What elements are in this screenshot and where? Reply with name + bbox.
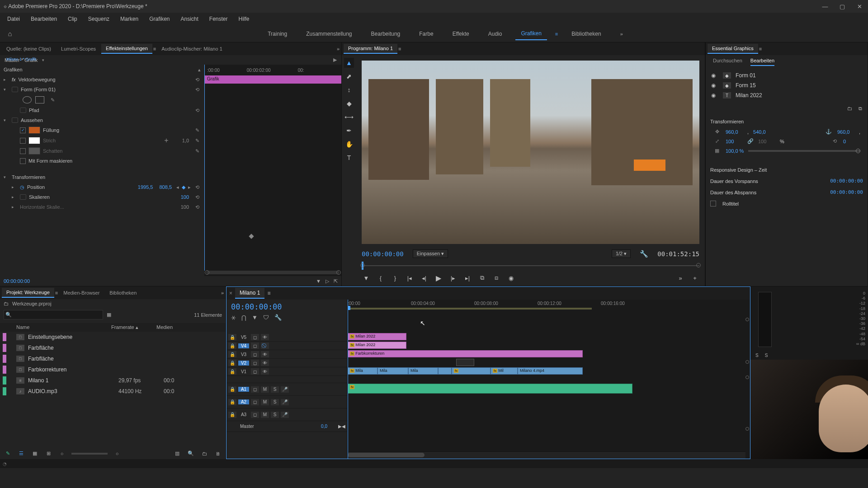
lock-icon[interactable]: 🔒 — [228, 343, 236, 349]
new-layer-icon[interactable]: 🗀 — [847, 106, 852, 112]
play-segment-icon[interactable]: ▶ — [333, 57, 337, 63]
stroke-width[interactable]: 1,0 — [180, 138, 191, 143]
solo-button[interactable]: S — [271, 399, 279, 405]
linked-sel-icon[interactable]: ⋂ — [241, 314, 246, 321]
icon-view-icon[interactable]: ▦ — [31, 450, 39, 456]
view-icon[interactable]: ▦ — [107, 312, 111, 318]
add-kf-icon[interactable]: ◆ — [182, 184, 185, 190]
collapse-up-icon[interactable]: ▴ — [198, 67, 201, 73]
chevron-down-icon[interactable]: ▾ — [42, 58, 44, 62]
mask-label[interactable]: Mit Form maskieren — [28, 158, 201, 164]
eye-icon[interactable]: 👁 — [261, 351, 269, 357]
chevron-icon[interactable]: ▸ — [4, 77, 9, 82]
lift-icon[interactable]: ⧉ — [477, 273, 486, 282]
add-stroke-icon[interactable]: + — [164, 136, 168, 145]
chevron-icon[interactable]: ▾ — [4, 118, 9, 122]
ws-training[interactable]: Training — [262, 28, 292, 40]
menu-marken[interactable]: Marken — [116, 14, 143, 24]
vertical-tool-icon[interactable]: ↕ — [344, 85, 354, 95]
tab-effects-menu-icon[interactable]: ≡ — [153, 46, 156, 52]
fx-icon[interactable]: fx — [12, 77, 16, 82]
playhead-icon[interactable] — [348, 306, 350, 310]
new-bin-icon[interactable]: 🗀 — [200, 451, 208, 456]
clip-v2-gap[interactable] — [456, 359, 474, 366]
hand-tool-icon[interactable]: ✋ — [344, 139, 354, 149]
form-effect[interactable]: Form (Form 01) — [21, 87, 191, 92]
vector-motion[interactable]: Vektorbewegung — [19, 77, 191, 82]
clip-v4[interactable]: fxMilan 2022 — [348, 342, 406, 349]
mute-button[interactable]: M — [261, 412, 269, 418]
target-icon[interactable]: ◻ — [251, 334, 259, 340]
master-meter-icon[interactable]: ▶◀ — [338, 424, 345, 429]
ws-farbe[interactable]: Farbe — [414, 28, 439, 40]
lock-icon[interactable]: 🔒 — [228, 399, 236, 405]
appearance-prop[interactable]: Aussehen — [21, 117, 201, 123]
direct-select-icon[interactable]: ⬈ — [344, 71, 354, 81]
automate-icon[interactable]: ▥ — [173, 450, 181, 456]
project-item[interactable]: □Farbkorrekturen — [0, 364, 226, 375]
step-fwd-icon[interactable]: |▸ — [448, 273, 458, 282]
clip-v3[interactable]: fxFarbkorrekturen — [348, 350, 583, 357]
filter-icon[interactable]: ▼ — [316, 278, 321, 284]
menu-bearbeiten[interactable]: Bearbeiten — [26, 14, 61, 24]
shadow-label[interactable]: Schatten — [43, 148, 191, 154]
add-marker-icon[interactable]: ▼ — [362, 273, 371, 282]
ws-bibliotheken[interactable]: Bibliotheken — [566, 28, 606, 40]
snapshot-icon[interactable]: ◉ — [506, 273, 515, 282]
visibility-icon[interactable]: ◉ — [711, 82, 718, 89]
tab-lumetri[interactable]: Lumetri-Scopes — [57, 44, 100, 53]
zoom-handle-right[interactable] — [336, 270, 341, 275]
visibility-icon[interactable]: ◉ — [711, 92, 718, 99]
program-tc-out[interactable]: 00:01:52:15 — [657, 250, 699, 258]
eg-pos-y[interactable]: 540,0 — [753, 129, 770, 135]
new-item-icon[interactable]: 🗎 — [214, 451, 222, 456]
position-prop[interactable]: Position — [27, 184, 133, 190]
lock-icon[interactable]: 🔒 — [228, 386, 236, 393]
overflow-icon[interactable]: » — [615, 31, 628, 37]
menu-clip[interactable]: Clip — [63, 14, 82, 24]
timeline-timecode[interactable]: 00:00:00:00 — [226, 300, 347, 314]
track-v1[interactable]: V1 — [238, 369, 249, 374]
visibility-icon[interactable]: ◉ — [711, 72, 718, 79]
extract-icon[interactable]: ⧈ — [492, 273, 501, 282]
marker-icon[interactable]: ▼ — [252, 314, 258, 321]
eg-opacity[interactable]: 100,0 % — [726, 148, 744, 154]
project-menu-icon[interactable]: ≡ — [55, 290, 58, 296]
mark-in-icon[interactable]: { — [376, 273, 385, 282]
prev-kf-icon[interactable]: ◂ — [176, 184, 179, 190]
eg-pos-x[interactable]: 960,0 — [726, 129, 743, 135]
position-y[interactable]: 808,5 — [157, 184, 174, 190]
project-search[interactable]: 🔍 — [4, 310, 103, 319]
eg-layer[interactable]: ◉ T Milan 2022 — [708, 90, 865, 100]
menu-grafiken[interactable]: Grafiken — [145, 14, 174, 24]
target-icon[interactable]: ◻ — [251, 368, 259, 375]
target-icon[interactable]: ◻ — [251, 386, 259, 393]
zoom-out-icon[interactable]: ○ — [58, 451, 66, 456]
reset-icon[interactable]: ⟲ — [193, 108, 201, 113]
eg-anchor[interactable]: 960,0 — [837, 129, 854, 135]
track-a2[interactable]: A2 — [238, 399, 249, 404]
eg-layer[interactable]: ◉ ◆ Form 01 — [708, 70, 865, 80]
position-x[interactable]: 1995,5 — [136, 184, 155, 190]
reset-icon[interactable]: ⟲ — [193, 77, 201, 83]
chevron-icon[interactable]: ▾ — [4, 87, 9, 92]
export-icon[interactable]: ⇱ — [334, 278, 338, 284]
menu-fenster[interactable]: Fenster — [205, 14, 232, 24]
eg-rotation[interactable]: 0 — [843, 139, 860, 144]
ws-audio[interactable]: Audio — [483, 28, 508, 40]
freeform-view-icon[interactable]: ⊞ — [44, 450, 52, 456]
project-item[interactable]: □Farbfläche — [0, 343, 226, 353]
toggle-anim-icon[interactable] — [20, 194, 26, 200]
keyframe-icon[interactable] — [249, 234, 254, 239]
program-monitor[interactable] — [362, 61, 699, 244]
scroll-knob[interactable] — [745, 375, 749, 379]
fill-checkbox[interactable]: ✓ — [20, 127, 26, 133]
goto-in-icon[interactable]: |◂ — [405, 273, 414, 282]
program-tc-in[interactable]: 00:00:00:00 — [362, 250, 404, 258]
col-name[interactable]: Name — [3, 324, 111, 330]
menu-datei[interactable]: Datei — [3, 14, 24, 24]
ws-bearbeitung[interactable]: Bearbeitung — [366, 28, 406, 40]
scroll-knob[interactable] — [745, 427, 749, 431]
tab-essential-graphics[interactable]: Essential Graphics — [708, 44, 758, 54]
rotate-tool-icon[interactable]: ◆ — [344, 99, 354, 108]
